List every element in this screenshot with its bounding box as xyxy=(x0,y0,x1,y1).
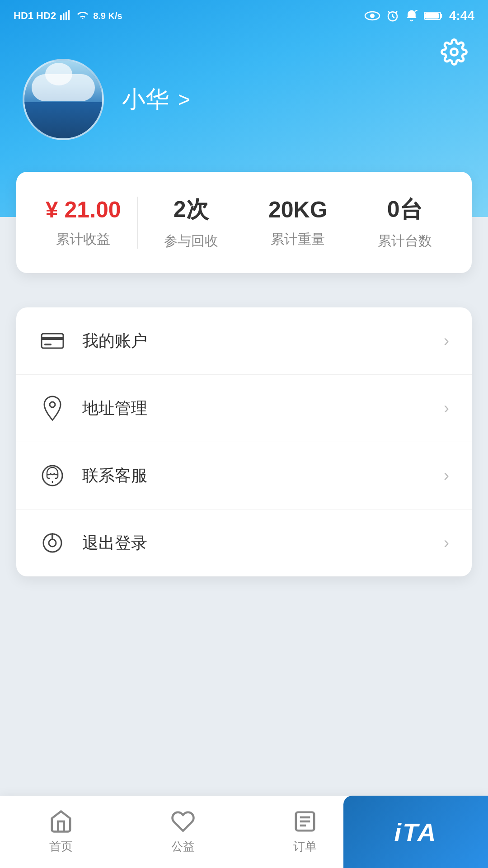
header-content: 小华 > xyxy=(0,32,488,140)
home-label: 首页 xyxy=(49,839,73,854)
units-label: 累计台数 xyxy=(378,232,432,250)
address-chevron-icon: › xyxy=(444,399,449,418)
status-speed: 8.9 K/s xyxy=(93,11,122,21)
status-signal: HD1 HD2 xyxy=(14,10,56,22)
weight-value: 20KG xyxy=(268,197,328,223)
orders-label: 订单 xyxy=(293,839,317,854)
svg-rect-13 xyxy=(44,344,52,345)
menu-item-address[interactable]: 地址管理 › xyxy=(16,375,472,442)
svg-point-5 xyxy=(370,14,375,18)
status-left: HD1 HD2 8.9 K/s xyxy=(14,9,122,22)
account-icon xyxy=(39,327,66,354)
recycle-count-label: 参与回收 xyxy=(164,232,218,250)
wifi-icon xyxy=(76,11,89,21)
status-bar: HD1 HD2 8.9 K/s 4:44 xyxy=(0,0,488,32)
stat-earnings: ¥ 21.00 累计收益 xyxy=(30,197,138,249)
battery-icon xyxy=(424,10,444,21)
bell-icon xyxy=(405,9,418,23)
address-icon xyxy=(39,395,66,422)
watermark: iTA xyxy=(343,796,488,868)
charity-label: 公益 xyxy=(171,839,195,854)
address-label: 地址管理 xyxy=(82,397,444,420)
status-time: 4:44 xyxy=(449,9,474,23)
home-icon xyxy=(48,809,74,834)
support-icon xyxy=(39,462,66,489)
logout-icon xyxy=(39,529,66,557)
profile-row: 小华 > xyxy=(23,59,465,140)
status-right: 4:44 xyxy=(364,9,474,23)
charity-icon xyxy=(170,809,196,834)
watermark-text: iTA xyxy=(394,817,437,847)
svg-line-7 xyxy=(415,10,417,12)
avatar[interactable] xyxy=(23,59,104,140)
profile-chevron-icon: > xyxy=(178,87,190,112)
user-info[interactable]: 小华 > xyxy=(122,84,190,115)
support-chevron-icon: › xyxy=(444,466,449,485)
svg-rect-2 xyxy=(66,12,67,20)
stat-recycle-count: 2次 参与回收 xyxy=(138,194,245,250)
username: 小华 xyxy=(122,84,169,115)
recycle-count-value: 2次 xyxy=(174,194,209,225)
menu-item-logout[interactable]: 退出登录 › xyxy=(16,509,472,576)
logout-label: 退出登录 xyxy=(82,532,444,554)
stat-units: 0台 累计台数 xyxy=(352,194,459,250)
eye-icon xyxy=(364,10,380,21)
support-label: 联系客服 xyxy=(82,465,444,487)
signal-icon xyxy=(60,9,72,22)
weight-label: 累计重量 xyxy=(271,230,325,249)
svg-point-14 xyxy=(50,402,55,407)
nav-item-charity[interactable]: 公益 xyxy=(122,805,244,854)
earnings-value: ¥ 21.00 xyxy=(46,197,121,223)
svg-rect-1 xyxy=(63,13,65,20)
svg-rect-12 xyxy=(42,337,63,340)
stat-weight: 20KG 累计重量 xyxy=(244,197,352,249)
stats-card: ¥ 21.00 累计收益 2次 参与回收 20KG 累计重量 0台 累计台数 xyxy=(16,172,472,273)
svg-rect-3 xyxy=(68,10,70,20)
menu-item-account[interactable]: 我的账户 › xyxy=(16,307,472,375)
menu-item-support[interactable]: 联系客服 › xyxy=(16,442,472,509)
svg-point-17 xyxy=(49,539,56,547)
account-chevron-icon: › xyxy=(444,331,449,350)
svg-rect-0 xyxy=(60,15,62,20)
logout-chevron-icon: › xyxy=(444,533,449,552)
units-value: 0台 xyxy=(387,194,422,225)
orders-icon xyxy=(292,809,318,834)
earnings-label: 累计收益 xyxy=(56,230,110,249)
svg-rect-11 xyxy=(42,334,63,348)
svg-rect-9 xyxy=(425,13,439,19)
alarm-icon xyxy=(386,9,399,23)
menu-card: 我的账户 › 地址管理 › 联系客服 › xyxy=(16,307,472,576)
account-label: 我的账户 xyxy=(82,330,444,352)
nav-item-home[interactable]: 首页 xyxy=(0,805,122,854)
